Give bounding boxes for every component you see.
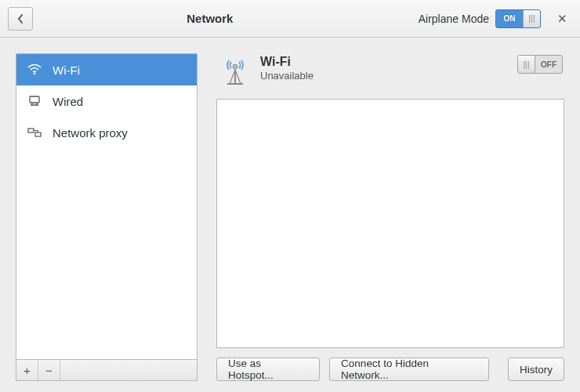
wifi-icon xyxy=(27,64,42,75)
svg-rect-2 xyxy=(28,129,34,132)
airplane-mode-label: Airplane Mode xyxy=(419,13,489,25)
svg-rect-1 xyxy=(30,96,39,103)
connection-list: Wi-Fi Wired Network proxy xyxy=(16,53,198,359)
header-bar: Network Airplane Mode ON ||| ✕ xyxy=(0,0,580,38)
switch-on-label: ON xyxy=(496,10,523,27)
window-title: Network xyxy=(2,12,419,25)
wifi-switch[interactable]: ||| OFF xyxy=(517,55,563,74)
main-title-block: Wi-Fi Unavailable xyxy=(260,55,314,82)
close-icon: ✕ xyxy=(557,12,567,26)
svg-rect-3 xyxy=(35,132,41,136)
airplane-mode-switch[interactable]: ON ||| xyxy=(495,9,541,28)
svg-point-4 xyxy=(233,64,237,69)
proxy-icon xyxy=(27,127,42,138)
connection-status: Unavailable xyxy=(260,70,314,82)
wired-icon xyxy=(27,96,42,107)
button-label: Use as Hotspot... xyxy=(228,358,308,381)
switch-off-label: OFF xyxy=(535,56,562,73)
plus-icon: + xyxy=(24,364,31,377)
switch-thumb: ||| xyxy=(523,10,540,27)
close-button[interactable]: ✕ xyxy=(552,9,572,29)
main-button-row: Use as Hotspot... Connect to Hidden Netw… xyxy=(216,358,564,381)
sidebar-item-proxy[interactable]: Network proxy xyxy=(16,117,197,148)
main-panel: Wi-Fi Unavailable ||| OFF Use as Hotspot… xyxy=(216,53,564,381)
network-list xyxy=(216,99,564,348)
hotspot-button[interactable]: Use as Hotspot... xyxy=(216,358,320,381)
sidebar: Wi-Fi Wired Network proxy + − xyxy=(16,53,198,381)
connection-title: Wi-Fi xyxy=(260,55,314,69)
sidebar-item-wired[interactable]: Wired xyxy=(16,85,197,117)
sidebar-item-wifi[interactable]: Wi-Fi xyxy=(16,54,197,85)
wifi-large-icon xyxy=(218,55,252,89)
sidebar-item-label: Wi-Fi xyxy=(53,64,80,77)
button-label: History xyxy=(520,364,553,376)
svg-point-0 xyxy=(34,73,36,75)
remove-connection-button[interactable]: − xyxy=(38,360,60,380)
hidden-network-button[interactable]: Connect to Hidden Network... xyxy=(329,358,489,381)
minus-icon: − xyxy=(45,364,53,377)
main-header: Wi-Fi Unavailable ||| OFF xyxy=(216,53,564,99)
button-label: Connect to Hidden Network... xyxy=(341,358,477,381)
sidebar-toolbar: + − xyxy=(16,359,198,381)
add-connection-button[interactable]: + xyxy=(16,360,38,380)
sidebar-item-label: Network proxy xyxy=(53,126,128,140)
switch-thumb: ||| xyxy=(518,56,535,73)
content-area: Wi-Fi Wired Network proxy + − xyxy=(0,38,580,392)
sidebar-item-label: Wired xyxy=(53,95,83,108)
history-button[interactable]: History xyxy=(508,358,564,381)
